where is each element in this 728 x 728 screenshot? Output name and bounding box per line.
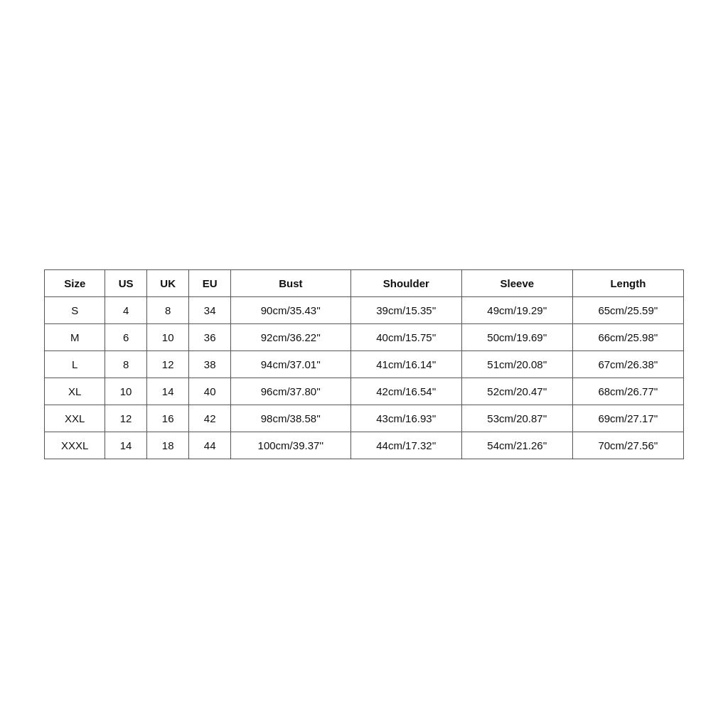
cell-size: M <box>45 323 105 350</box>
cell-shoulder: 39cm/15.35'' <box>350 296 461 323</box>
cell-sleeve: 49cm/19.29'' <box>461 296 572 323</box>
cell-eu: 44 <box>189 432 230 459</box>
table-header-row: Size US UK EU Bust Shoulder Sleeve Lengt… <box>45 269 684 296</box>
cell-eu: 40 <box>189 378 230 405</box>
cell-uk: 10 <box>146 323 189 350</box>
header-uk: UK <box>146 269 189 296</box>
table-row: M6103692cm/36.22''40cm/15.75''50cm/19.69… <box>45 323 684 350</box>
cell-us: 10 <box>105 378 146 405</box>
cell-size: S <box>45 296 105 323</box>
header-eu: EU <box>189 269 230 296</box>
cell-us: 4 <box>105 296 146 323</box>
cell-length: 70cm/27.56'' <box>572 432 683 459</box>
cell-uk: 18 <box>146 432 189 459</box>
cell-eu: 38 <box>189 350 230 378</box>
table-row: S483490cm/35.43''39cm/15.35''49cm/19.29'… <box>45 296 684 323</box>
table-row: L8123894cm/37.01''41cm/16.14''51cm/20.08… <box>45 350 684 378</box>
cell-length: 68cm/26.77'' <box>572 378 683 405</box>
header-size: Size <box>45 269 105 296</box>
cell-size: L <box>45 350 105 378</box>
cell-sleeve: 51cm/20.08'' <box>461 350 572 378</box>
header-bust: Bust <box>230 269 350 296</box>
cell-us: 6 <box>105 323 146 350</box>
size-chart-table: Size US UK EU Bust Shoulder Sleeve Lengt… <box>44 269 684 459</box>
cell-bust: 90cm/35.43'' <box>230 296 350 323</box>
cell-shoulder: 44cm/17.32'' <box>350 432 461 459</box>
table-row: XXL12164298cm/38.58''43cm/16.93''53cm/20… <box>45 405 684 432</box>
cell-length: 66cm/25.98'' <box>572 323 683 350</box>
cell-sleeve: 53cm/20.87'' <box>461 405 572 432</box>
cell-size: XXXL <box>45 432 105 459</box>
cell-eu: 34 <box>189 296 230 323</box>
cell-bust: 98cm/38.58'' <box>230 405 350 432</box>
cell-sleeve: 54cm/21.26'' <box>461 432 572 459</box>
cell-length: 67cm/26.38'' <box>572 350 683 378</box>
cell-shoulder: 42cm/16.54'' <box>350 378 461 405</box>
cell-length: 65cm/25.59'' <box>572 296 683 323</box>
header-shoulder: Shoulder <box>350 269 461 296</box>
header-length: Length <box>572 269 683 296</box>
size-chart-container: Size US UK EU Bust Shoulder Sleeve Lengt… <box>44 269 684 459</box>
cell-eu: 36 <box>189 323 230 350</box>
cell-bust: 92cm/36.22'' <box>230 323 350 350</box>
cell-shoulder: 41cm/16.14'' <box>350 350 461 378</box>
cell-bust: 96cm/37.80'' <box>230 378 350 405</box>
cell-us: 12 <box>105 405 146 432</box>
cell-shoulder: 43cm/16.93'' <box>350 405 461 432</box>
cell-size: XXL <box>45 405 105 432</box>
cell-uk: 16 <box>146 405 189 432</box>
cell-uk: 14 <box>146 378 189 405</box>
table-row: XXXL141844100cm/39.37''44cm/17.32''54cm/… <box>45 432 684 459</box>
cell-eu: 42 <box>189 405 230 432</box>
cell-shoulder: 40cm/15.75'' <box>350 323 461 350</box>
cell-sleeve: 50cm/19.69'' <box>461 323 572 350</box>
cell-us: 8 <box>105 350 146 378</box>
cell-uk: 12 <box>146 350 189 378</box>
cell-us: 14 <box>105 432 146 459</box>
cell-bust: 100cm/39.37'' <box>230 432 350 459</box>
cell-bust: 94cm/37.01'' <box>230 350 350 378</box>
cell-size: XL <box>45 378 105 405</box>
table-row: XL10144096cm/37.80''42cm/16.54''52cm/20.… <box>45 378 684 405</box>
header-us: US <box>105 269 146 296</box>
header-sleeve: Sleeve <box>461 269 572 296</box>
cell-length: 69cm/27.17'' <box>572 405 683 432</box>
cell-sleeve: 52cm/20.47'' <box>461 378 572 405</box>
cell-uk: 8 <box>146 296 189 323</box>
